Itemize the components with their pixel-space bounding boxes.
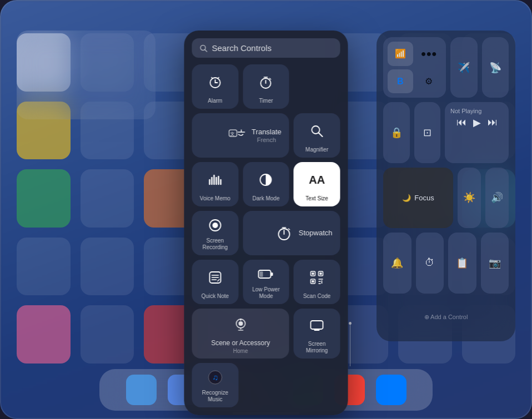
svg-point-46 <box>238 321 243 326</box>
svg-point-23 <box>212 223 218 228</box>
timer-button-cc[interactable]: ⏱ <box>416 233 444 293</box>
settings-icon: ⚙ <box>425 76 433 87</box>
stopwatch-icon <box>275 225 293 241</box>
airplane-mode-button[interactable]: ✈️ <box>450 37 478 98</box>
focus-label: Focus <box>414 194 434 202</box>
scan-code-control[interactable]: Scan Code <box>294 260 340 304</box>
screen-recording-icon <box>207 218 223 233</box>
cellular-icon: ●●● <box>421 49 437 59</box>
sun-icon: ☀️ <box>463 191 475 204</box>
add-control-label[interactable]: ⊕ Add a Control <box>424 314 468 321</box>
moon-icon: 🌙 <box>402 194 411 202</box>
camera-button[interactable]: 📷 <box>481 233 509 293</box>
alarm-control[interactable]: Alarm <box>192 64 239 109</box>
search-bar[interactable]: Search Controls <box>192 38 340 58</box>
svg-rect-38 <box>320 272 322 275</box>
translate-control[interactable]: 文 Translate French <box>192 113 289 158</box>
airdrop-button[interactable]: 📡 <box>482 37 509 98</box>
svg-text:♫: ♫ <box>212 373 218 382</box>
recognize-music-control[interactable]: ♫ Recognize Music <box>192 363 239 407</box>
media-controls: ⏮ ▶ ⏭ <box>450 117 503 129</box>
scene-accessory-icon-area <box>230 313 250 337</box>
not-playing-label: Not Playing <box>450 108 503 114</box>
cc-row-1: 📶 ●●● B ⚙ ✈️ 📡 <box>383 37 509 98</box>
text-size-icon-area: AA <box>309 166 325 193</box>
low-power-control[interactable]: Low Power Mode <box>243 260 289 304</box>
scene-accessory-control[interactable]: Scene or Accessory Home <box>192 309 289 359</box>
notes-button[interactable]: 📋 <box>448 233 476 293</box>
add-controls-panel: Search Controls Alarm <box>184 31 348 415</box>
magnifier-label: Magnifier <box>305 147 328 153</box>
fast-forward-button[interactable]: ⏭ <box>488 117 498 129</box>
sun-button[interactable]: ☀️ <box>458 168 481 228</box>
screen-recording-icon-area <box>207 215 223 235</box>
quick-note-control[interactable]: Quick Note <box>192 260 239 304</box>
cc-row-3: 🌙 Focus ☀️ 🔊 <box>383 168 509 228</box>
left-panel-bg <box>17 31 155 119</box>
quick-note-icon-area <box>207 264 223 291</box>
settings-button[interactable]: ⚙ <box>416 69 442 94</box>
bell-icon: 🔔 <box>391 257 403 269</box>
cellular-button[interactable]: ●●● <box>416 42 442 66</box>
scene-accessory-icon <box>230 315 250 335</box>
screen-mirroring-control[interactable]: Screen Mirroring <box>294 309 340 359</box>
screen-mirror-button[interactable]: ⊡ <box>414 102 441 163</box>
stopwatch-control[interactable]: Stopwatch <box>243 211 340 255</box>
bluetooth-button[interactable]: B <box>388 69 413 94</box>
screen-mirroring-label: Screen Mirroring <box>297 341 337 354</box>
airplane-icon: ✈️ <box>458 62 470 74</box>
cc-row-2: 🔒 ⊡ Not Playing ⏮ ▶ ⏭ <box>383 102 509 163</box>
text-size-control[interactable]: AA Text Size <box>294 162 340 206</box>
svg-rect-33 <box>271 272 273 276</box>
translate-icon: 文 <box>228 128 246 143</box>
play-button[interactable]: ▶ <box>473 117 481 129</box>
app-icon <box>17 169 71 228</box>
voice-memo-label: Voice Memo <box>200 195 230 202</box>
quick-note-label: Quick Note <box>202 293 229 300</box>
svg-rect-36 <box>312 272 314 275</box>
rewind-button[interactable]: ⏮ <box>456 117 466 129</box>
screen-recording-label: Screen Recording <box>195 238 235 251</box>
svg-line-1 <box>205 49 207 52</box>
screen-mirror-icon: ⊡ <box>423 127 431 139</box>
screen-recording-control[interactable]: Screen Recording <box>192 211 239 255</box>
magnifier-control[interactable]: Magnifier <box>294 113 340 158</box>
translate-label: Translate <box>252 128 282 137</box>
app-icon <box>17 238 71 296</box>
text-size-label: Text Size <box>305 195 328 202</box>
notes-icon: 📋 <box>456 257 468 269</box>
wifi-button[interactable]: 📶 <box>388 42 413 66</box>
network-cluster: 📶 ●●● B ⚙ <box>383 37 446 98</box>
dock-icon-settings[interactable] <box>376 375 406 405</box>
bell-button[interactable]: 🔔 <box>383 233 411 293</box>
volume-button[interactable]: 🔊 <box>485 168 509 228</box>
bluetooth-icon: B <box>397 77 404 87</box>
lock-rotation-icon: 🔒 <box>390 127 403 139</box>
recognize-music-icon-area: ♫ <box>207 367 223 387</box>
voice-memo-control[interactable]: Voice Memo <box>192 162 239 206</box>
scan-code-label: Scan Code <box>303 293 330 300</box>
text-size-icon: AA <box>309 174 325 186</box>
scene-accessory-sub: Home <box>233 348 248 354</box>
timer-control[interactable]: Timer <box>243 64 289 109</box>
dark-mode-control[interactable]: Dark Mode <box>243 162 289 206</box>
focus-button[interactable]: 🌙 Focus <box>383 168 453 228</box>
svg-line-14 <box>319 133 323 137</box>
timer-icon-area <box>258 69 274 95</box>
app-icon <box>17 305 71 364</box>
dock-icon-safari[interactable] <box>126 375 157 405</box>
media-player: Not Playing ⏮ ▶ ⏭ <box>445 102 509 163</box>
lock-rotation-button[interactable]: 🔒 <box>383 102 410 163</box>
voice-memo-icon <box>207 172 223 188</box>
timer-icon <box>258 74 274 90</box>
stopwatch-label: Stopwatch <box>299 229 333 238</box>
svg-line-5 <box>211 77 213 79</box>
search-input[interactable]: Search Controls <box>212 43 333 53</box>
scene-accessory-label: Scene or Accessory <box>211 339 270 347</box>
wifi-icon: 📶 <box>395 48 406 59</box>
dark-mode-icon <box>258 172 274 188</box>
magnifier-icon-area <box>309 118 325 144</box>
voice-memo-icon-area <box>207 166 223 193</box>
magnifier-icon <box>309 123 325 139</box>
svg-text:文: 文 <box>230 132 234 137</box>
